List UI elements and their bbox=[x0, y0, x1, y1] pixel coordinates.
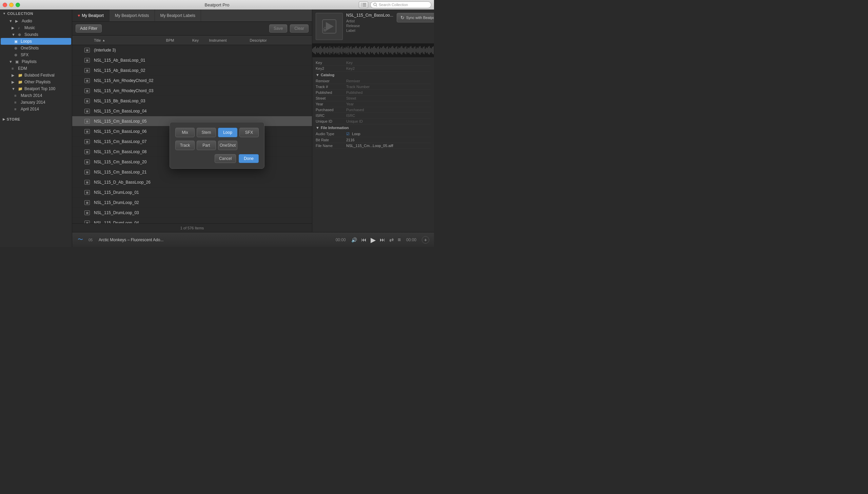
sidebar-item-loops[interactable]: ▣ Loops bbox=[1, 38, 71, 45]
street-value: Street bbox=[346, 96, 431, 100]
dialog-btn-loop[interactable]: Loop bbox=[218, 128, 237, 137]
tab-my-beatport[interactable]: ♥ My Beatport bbox=[72, 10, 110, 21]
track-row[interactable]: ▣ NSL_115_Bb_BassLoop_03 bbox=[72, 96, 312, 106]
volume-icon[interactable]: 🔊 bbox=[351, 237, 357, 243]
track-row[interactable]: ▣ NSL_115_DrumLoop_01 bbox=[72, 187, 312, 197]
dialog-btn-part[interactable]: Part bbox=[197, 140, 216, 150]
list-view-button[interactable]: ≡ bbox=[398, 237, 401, 243]
catalog-section-header[interactable]: ▼ Catalog bbox=[316, 72, 431, 78]
sidebar-item-beatport-top-100[interactable]: ▼ 📁 Beatport Top 100 bbox=[1, 86, 71, 92]
svg-rect-100 bbox=[404, 49, 404, 53]
dialog-btn-mix[interactable]: Mix bbox=[175, 128, 195, 137]
svg-rect-91 bbox=[394, 49, 395, 53]
shuffle-button[interactable]: ⇄ bbox=[389, 236, 394, 243]
col-instrument-header[interactable]: Instrument bbox=[209, 38, 250, 42]
search-collection-input[interactable]: Search Collection bbox=[370, 1, 431, 8]
track-row[interactable]: ▣ NSL_115_DrumLoop_03 bbox=[72, 208, 312, 218]
track-row[interactable]: ▣ NSL_115_Am_RhodeyChord_02 bbox=[72, 76, 312, 86]
sidebar-item-sfx[interactable]: ⊕ SFX bbox=[1, 52, 71, 58]
col-key-header[interactable]: Key bbox=[182, 38, 209, 42]
track-row-title: NSL_115_Cm_BassLoop_07 bbox=[92, 139, 158, 144]
sync-icon: ↻ bbox=[401, 15, 405, 20]
close-button[interactable] bbox=[3, 3, 7, 7]
svg-rect-128 bbox=[432, 47, 433, 54]
sounds-icon: ⊕ bbox=[18, 33, 23, 37]
svg-rect-36 bbox=[339, 46, 339, 55]
sync-btn-label: Sync with Beatport bbox=[406, 16, 434, 20]
track-row-icon: ▣ bbox=[82, 139, 92, 144]
title-column-label: Title bbox=[94, 38, 101, 42]
svg-rect-67 bbox=[370, 49, 371, 52]
loop-type-icon: ▣ bbox=[85, 68, 90, 73]
sidebar-toggle-button[interactable] bbox=[359, 1, 368, 8]
col-descriptor-header[interactable]: Descriptor bbox=[250, 38, 312, 42]
track-row[interactable]: ▣ NSL_115_Ab_BassLoop_02 bbox=[72, 65, 312, 76]
file-info-section-header[interactable]: ▼ File Information bbox=[316, 124, 431, 131]
sidebar-item-label: Sounds bbox=[24, 32, 38, 37]
svg-rect-35 bbox=[338, 48, 338, 53]
track-row[interactable]: ▣ NSL_115_D_Ab_BassLoop_26 bbox=[72, 177, 312, 187]
add-filter-button[interactable]: Add Filter bbox=[76, 24, 102, 33]
dialog-done-button[interactable]: Done bbox=[239, 154, 259, 163]
sidebar-item-edm[interactable]: ≡ EDM bbox=[1, 65, 71, 72]
store-section-header[interactable]: ▶ STORE bbox=[0, 115, 72, 124]
col-title-header[interactable]: Title ▲ bbox=[92, 38, 158, 42]
list-icon: ≡ bbox=[14, 107, 19, 111]
clear-filter-button[interactable]: Clear bbox=[290, 24, 309, 33]
svg-rect-93 bbox=[396, 46, 397, 54]
sidebar-item-sounds[interactable]: ▼ ⊕ Sounds bbox=[1, 31, 71, 38]
track-row[interactable]: ▣ NSL_115_DrumLoop_04 bbox=[72, 218, 312, 223]
track-row-icon: ▣ bbox=[82, 221, 92, 224]
save-filter-button[interactable]: Save bbox=[269, 24, 287, 33]
tab-my-beatport-artists[interactable]: My Beatport Artists bbox=[110, 10, 155, 21]
svg-rect-83 bbox=[386, 47, 387, 54]
year-row: Year Year bbox=[316, 101, 431, 107]
col-bpm-header[interactable]: BPM bbox=[158, 38, 182, 42]
svg-rect-13 bbox=[315, 46, 316, 54]
audio-type-dialog: Mix Stem Loop SFX Track Part OneShot Can… bbox=[169, 122, 264, 169]
collection-section-header[interactable]: ▼ COLLECTION bbox=[0, 10, 72, 18]
track-row-icon: ▣ bbox=[82, 190, 92, 195]
loop-type-icon: ▣ bbox=[85, 139, 90, 144]
dialog-btn-oneshot[interactable]: OneShot bbox=[218, 140, 237, 150]
track-row[interactable]: ▣ NSL_115_Cm_BassLoop_04 bbox=[72, 106, 312, 116]
sidebar-item-march-2014[interactable]: ≡ March 2014 bbox=[1, 92, 71, 99]
minimize-button[interactable] bbox=[9, 3, 14, 7]
svg-rect-47 bbox=[350, 47, 351, 54]
play-button[interactable]: ▶ bbox=[371, 236, 376, 244]
key2-meta-row: Key2 Key2 bbox=[316, 66, 431, 72]
track-row[interactable]: ▣ NSL_115_Ab_BassLoop_01 bbox=[72, 55, 312, 65]
sidebar-item-audio[interactable]: ▼ ▶ Audio bbox=[1, 18, 71, 24]
add-to-playlist-button[interactable]: + bbox=[422, 236, 429, 244]
sidebar-item-april-2014[interactable]: ≡ April 2014 bbox=[1, 106, 71, 113]
svg-rect-46 bbox=[349, 49, 350, 53]
sync-with-beatport-button[interactable]: ↻ Sync with Beatport bbox=[397, 13, 434, 22]
artwork-thumbnail bbox=[316, 13, 343, 40]
svg-rect-0 bbox=[361, 3, 363, 7]
dialog-btn-track[interactable]: Track bbox=[175, 140, 195, 150]
dialog-btn-stem[interactable]: Stem bbox=[197, 128, 216, 137]
track-row[interactable]: ▣ (Interlude 3) bbox=[72, 45, 312, 55]
sidebar-item-january-2014[interactable]: ≡ January 2014 bbox=[1, 99, 71, 106]
sidebar-item-playlists[interactable]: ▼ ▣ Playlists bbox=[1, 58, 71, 65]
svg-rect-66 bbox=[369, 46, 370, 54]
track-row[interactable]: ▣ NSL_115_DrumLoop_02 bbox=[72, 197, 312, 208]
sidebar-item-oneshots[interactable]: ⊕ OneShots bbox=[1, 45, 71, 52]
svg-rect-11 bbox=[313, 48, 314, 53]
sidebar-item-other-playlists[interactable]: ▶ 📁 Other Playlists bbox=[1, 79, 71, 86]
sidebar-item-label: January 2014 bbox=[21, 100, 45, 105]
next-track-button[interactable]: ⏭ bbox=[380, 237, 385, 243]
tab-my-beatport-labels[interactable]: My Beatport Labels bbox=[155, 10, 201, 21]
track-row-title: NSL_115_Ab_BassLoop_02 bbox=[92, 68, 158, 73]
sidebar-item-bulabod[interactable]: ▶ 📁 Bulabod Festival bbox=[1, 72, 71, 79]
svg-rect-75 bbox=[378, 46, 379, 54]
svg-rect-107 bbox=[411, 46, 411, 55]
dialog-btn-sfx[interactable]: SFX bbox=[239, 128, 259, 137]
sidebar-item-music[interactable]: ▶ ♪ Music bbox=[1, 24, 71, 31]
maximize-button[interactable] bbox=[16, 3, 20, 7]
svg-rect-80 bbox=[383, 46, 384, 55]
dialog-cancel-button[interactable]: Cancel bbox=[215, 154, 236, 163]
svg-rect-48 bbox=[351, 46, 352, 54]
track-row[interactable]: ▣ NSL_115_Am_RhodeyChord_03 bbox=[72, 86, 312, 96]
prev-track-button[interactable]: ⏮ bbox=[361, 237, 367, 243]
